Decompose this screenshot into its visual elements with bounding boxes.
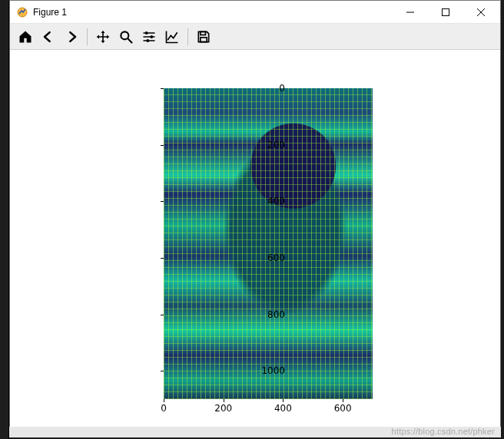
x-tick-label: 0: [148, 403, 179, 414]
svg-rect-1: [443, 8, 449, 15]
figure-canvas[interactable]: 02004006008001000 0200400600: [10, 50, 500, 429]
watermark-text: https://blog.csdn.net/phker: [392, 427, 495, 436]
window-controls: [393, 1, 499, 24]
svg-rect-7: [201, 37, 207, 41]
close-button[interactable]: [463, 1, 499, 24]
configure-subplots-button[interactable]: [138, 26, 160, 48]
svg-point-5: [146, 39, 149, 42]
window-title: Figure 1: [33, 7, 393, 18]
svg-point-4: [150, 35, 153, 38]
x-tick-label: 400: [267, 403, 298, 414]
y-tick-label: 400: [239, 196, 285, 206]
toolbar: [10, 24, 500, 50]
y-tick-label: 1000: [239, 365, 285, 376]
back-button[interactable]: [38, 26, 59, 48]
y-tick-label: 600: [239, 253, 285, 263]
toolbar-separator: [187, 28, 188, 45]
x-tick-label: 200: [208, 403, 239, 414]
y-tick-label: 800: [239, 309, 285, 320]
y-tick-label: 200: [239, 140, 285, 150]
imshow-image: [164, 88, 373, 399]
save-button[interactable]: [193, 26, 214, 48]
zoom-button[interactable]: [115, 26, 137, 48]
svg-point-3: [145, 31, 148, 35]
figure-window: Figure 1: [9, 0, 501, 430]
pan-button[interactable]: [92, 26, 114, 48]
y-tick-label: 0: [239, 83, 285, 94]
edit-axes-button[interactable]: [161, 26, 183, 48]
axes-image: [164, 88, 373, 399]
forward-button[interactable]: [61, 26, 82, 48]
maximize-button[interactable]: [428, 1, 463, 24]
svg-point-0: [18, 8, 27, 17]
toolbar-separator: [87, 28, 88, 45]
svg-rect-6: [201, 31, 206, 35]
minimize-button[interactable]: [393, 1, 428, 24]
home-button[interactable]: [15, 26, 36, 48]
titlebar: Figure 1: [10, 1, 500, 24]
app-icon: [16, 6, 28, 18]
x-tick-label: 600: [327, 403, 358, 414]
